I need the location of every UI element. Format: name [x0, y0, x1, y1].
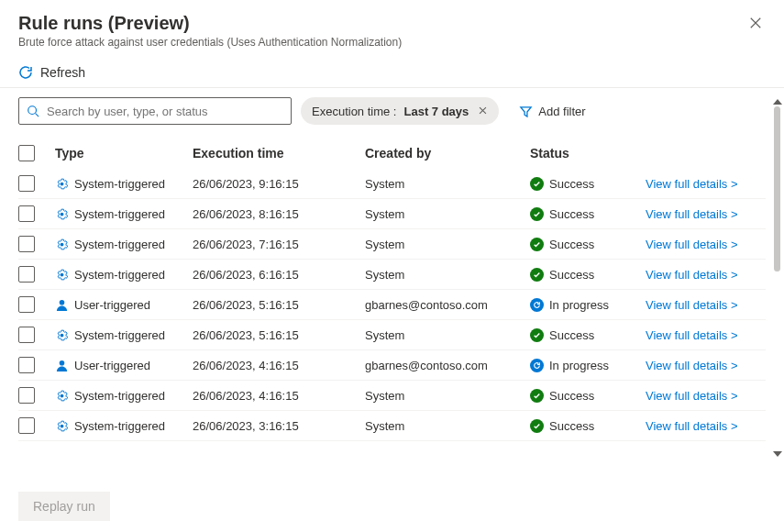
table-row[interactable]: System-triggered26/06/2023, 8:16:15Syste… [18, 199, 766, 229]
user-icon [55, 298, 69, 312]
row-execution-time: 26/06/2023, 7:16:15 [193, 238, 365, 251]
column-header-created-by[interactable]: Created by [365, 146, 530, 161]
row-checkbox[interactable] [18, 205, 35, 222]
page-title: Rule runs (Preview) [18, 13, 402, 34]
checkmark-icon [533, 180, 541, 188]
row-checkbox[interactable] [18, 175, 35, 192]
row-created-by: System [365, 389, 530, 403]
table-row[interactable]: System-triggered26/06/2023, 4:16:15Syste… [18, 381, 766, 411]
table-row[interactable]: System-triggered26/06/2023, 6:16:15Syste… [18, 260, 766, 290]
row-type-label: System-triggered [74, 177, 165, 191]
checkmark-icon [533, 240, 541, 249]
add-filter-button[interactable]: Add filter [508, 97, 596, 125]
row-execution-time: 26/06/2023, 3:16:15 [193, 419, 365, 433]
svg-point-2 [60, 360, 65, 365]
scroll-down-icon[interactable] [773, 451, 782, 457]
filter-pill-dismiss[interactable] [478, 105, 488, 118]
refresh-button[interactable]: Refresh [18, 65, 85, 80]
view-full-details-link[interactable]: View full details > [646, 359, 738, 372]
view-full-details-link[interactable]: View full details > [646, 298, 738, 312]
refresh-icon [18, 65, 33, 80]
progress-icon [533, 301, 541, 309]
row-created-by: System [365, 238, 530, 251]
row-status-label: Success [549, 177, 594, 191]
gear-icon [55, 389, 69, 403]
user-icon [55, 359, 69, 372]
row-status-label: Success [549, 328, 594, 342]
column-header-status[interactable]: Status [530, 146, 646, 161]
add-filter-label: Add filter [538, 105, 585, 118]
row-status-label: Success [549, 268, 594, 282]
view-full-details-link[interactable]: View full details > [646, 207, 738, 221]
row-created-by: gbarnes@contoso.com [365, 298, 530, 312]
table-row[interactable]: System-triggered26/06/2023, 5:16:15Syste… [18, 320, 766, 350]
row-type-label: System-triggered [74, 328, 165, 342]
filter-icon [519, 105, 533, 118]
row-created-by: System [365, 177, 530, 191]
row-execution-time: 26/06/2023, 4:16:15 [193, 359, 365, 372]
search-box[interactable] [18, 97, 292, 125]
search-icon [27, 105, 39, 117]
refresh-label: Refresh [40, 65, 85, 80]
table-row[interactable]: System-triggered26/06/2023, 9:16:15Syste… [18, 169, 766, 199]
gear-icon [55, 177, 69, 191]
scroll-up-icon[interactable] [773, 99, 782, 105]
view-full-details-link[interactable]: View full details > [646, 268, 738, 282]
row-checkbox[interactable] [18, 266, 35, 283]
row-created-by: System [365, 419, 530, 433]
row-execution-time: 26/06/2023, 6:16:15 [193, 268, 365, 282]
row-execution-time: 26/06/2023, 4:16:15 [193, 389, 365, 403]
view-full-details-link[interactable]: View full details > [646, 328, 738, 342]
row-type-label: System-triggered [74, 207, 165, 221]
gear-icon [55, 207, 69, 221]
row-type-label: User-triggered [74, 359, 150, 372]
view-full-details-link[interactable]: View full details > [646, 177, 738, 191]
row-created-by: System [365, 207, 530, 221]
filter-pill-execution-time[interactable]: Execution time : Last 7 days [301, 97, 499, 125]
dismiss-icon [478, 105, 488, 116]
replay-run-button[interactable]: Replay run [18, 492, 110, 521]
table-row[interactable]: System-triggered26/06/2023, 3:16:15Syste… [18, 411, 766, 441]
gear-icon [55, 419, 69, 433]
table-row[interactable]: User-triggered26/06/2023, 5:16:15gbarnes… [18, 290, 766, 320]
row-created-by: System [365, 268, 530, 282]
gear-icon [55, 238, 69, 251]
table-row[interactable]: User-triggered26/06/2023, 4:16:15gbarnes… [18, 350, 766, 381]
table-row[interactable]: System-triggered26/06/2023, 7:16:15Syste… [18, 229, 766, 260]
row-type-label: System-triggered [74, 419, 165, 433]
row-execution-time: 26/06/2023, 5:16:15 [193, 328, 365, 342]
row-created-by: gbarnes@contoso.com [365, 359, 530, 372]
select-all-checkbox[interactable] [18, 145, 35, 161]
row-type-label: System-triggered [74, 238, 165, 251]
gear-icon [55, 328, 69, 342]
row-checkbox[interactable] [18, 387, 35, 404]
row-checkbox[interactable] [18, 236, 35, 252]
scroll-thumb[interactable] [774, 106, 780, 272]
checkmark-icon [533, 210, 541, 218]
close-icon [749, 17, 762, 29]
row-execution-time: 26/06/2023, 5:16:15 [193, 298, 365, 312]
checkmark-icon [533, 422, 541, 430]
progress-icon [533, 361, 541, 370]
row-status-label: Success [549, 419, 594, 433]
row-execution-time: 26/06/2023, 9:16:15 [193, 177, 365, 191]
row-checkbox[interactable] [18, 296, 35, 313]
checkmark-icon [533, 271, 541, 279]
row-status-label: Success [549, 207, 594, 221]
scrollbar[interactable] [774, 106, 780, 449]
view-full-details-link[interactable]: View full details > [646, 419, 738, 433]
view-full-details-link[interactable]: View full details > [646, 389, 738, 403]
row-type-label: System-triggered [74, 268, 165, 282]
row-execution-time: 26/06/2023, 8:16:15 [193, 207, 365, 221]
column-header-execution-time[interactable]: Execution time [193, 146, 365, 161]
row-checkbox[interactable] [18, 327, 35, 343]
svg-point-1 [60, 299, 65, 305]
table-header: Type Execution time Created by Status [18, 138, 766, 169]
view-full-details-link[interactable]: View full details > [646, 238, 738, 251]
column-header-type[interactable]: Type [55, 146, 193, 161]
row-checkbox[interactable] [18, 357, 35, 373]
close-button[interactable] [745, 13, 766, 36]
search-input[interactable] [47, 105, 283, 118]
row-checkbox[interactable] [18, 417, 35, 434]
filter-pill-label: Execution time : [312, 105, 397, 118]
